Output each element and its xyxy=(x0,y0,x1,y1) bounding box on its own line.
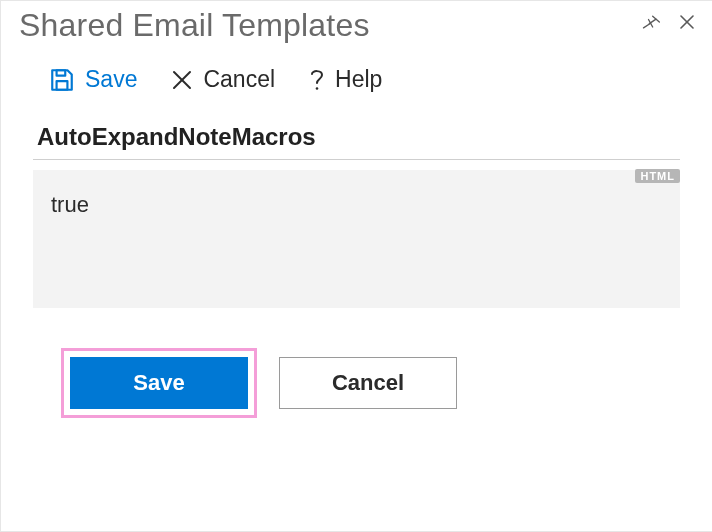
toolbar-cancel-label: Cancel xyxy=(203,66,275,93)
title-controls xyxy=(640,13,698,35)
close-icon xyxy=(680,15,694,33)
pin-icon xyxy=(641,14,661,34)
shared-email-templates-pane: Shared Email Templates xyxy=(0,0,712,532)
toolbar-save[interactable]: Save xyxy=(49,66,137,93)
property-name-underline xyxy=(33,159,680,160)
footer: Save Cancel xyxy=(33,308,680,418)
html-badge[interactable]: HTML xyxy=(635,169,680,183)
help-icon xyxy=(309,67,325,93)
editor-wrap: HTML true xyxy=(33,170,680,308)
toolbar-help[interactable]: Help xyxy=(309,66,382,93)
content: AutoExpandNoteMacros HTML true Save Canc… xyxy=(1,123,712,418)
close-button[interactable] xyxy=(676,13,698,35)
property-name-field[interactable]: AutoExpandNoteMacros xyxy=(33,123,680,159)
titlebar: Shared Email Templates xyxy=(1,1,712,66)
svg-point-6 xyxy=(316,87,319,90)
svg-rect-2 xyxy=(57,81,68,90)
svg-rect-3 xyxy=(57,70,66,75)
save-button[interactable]: Save xyxy=(70,357,248,409)
toolbar: Save Cancel xyxy=(1,66,712,123)
cancel-icon xyxy=(171,69,193,91)
save-icon xyxy=(49,67,75,93)
page-title: Shared Email Templates xyxy=(19,7,370,44)
cancel-button[interactable]: Cancel xyxy=(279,357,457,409)
toolbar-save-label: Save xyxy=(85,66,137,93)
save-highlight-ring: Save xyxy=(61,348,257,418)
pin-button[interactable] xyxy=(640,13,662,35)
toolbar-help-label: Help xyxy=(335,66,382,93)
toolbar-cancel[interactable]: Cancel xyxy=(171,66,275,93)
property-value-editor[interactable]: true xyxy=(33,170,680,308)
